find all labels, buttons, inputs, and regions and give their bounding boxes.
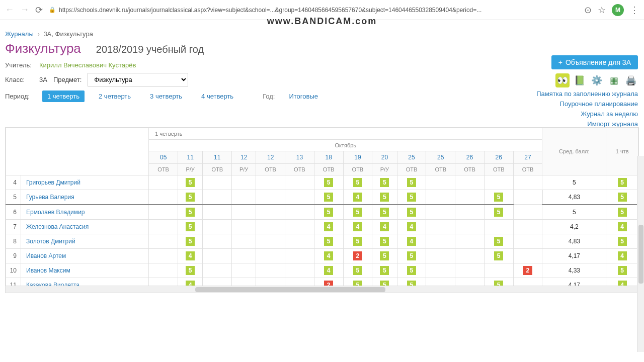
period-tab-3[interactable]: 3 четверть	[145, 90, 187, 102]
grade-cell[interactable]: 4	[343, 220, 372, 234]
quarter-grade-cell[interactable]: 4	[606, 249, 638, 263]
grade-cell[interactable]: 4	[397, 220, 426, 234]
grade-cell[interactable]: 5	[372, 263, 397, 278]
grade-cell[interactable]	[256, 220, 285, 234]
book-icon[interactable]: 📗	[573, 73, 587, 87]
grade-cell[interactable]	[513, 249, 542, 263]
grade-cell[interactable]	[285, 249, 314, 263]
period-tab-2[interactable]: 2 четверть	[94, 90, 136, 102]
grade-cell[interactable]	[203, 175, 232, 190]
grade-cell[interactable]	[426, 249, 455, 263]
student-link[interactable]: Иванов Артем	[26, 252, 66, 259]
grade-cell[interactable]	[256, 263, 285, 278]
day-header[interactable]: 11	[203, 151, 232, 164]
grade-cell[interactable]	[513, 220, 542, 234]
grade-cell[interactable]: 2	[513, 263, 542, 278]
grade-cell[interactable]	[455, 234, 485, 249]
reload-icon[interactable]: ⟳	[35, 5, 43, 16]
grade-cell[interactable]	[149, 205, 178, 220]
star-icon[interactable]: ☆	[598, 5, 606, 16]
student-link[interactable]: Григорьев Дмитрий	[26, 179, 80, 186]
grade-cell[interactable]	[203, 249, 232, 263]
day-header[interactable]: 18	[314, 151, 343, 164]
grade-cell[interactable]	[484, 175, 513, 190]
quarter-grade-cell[interactable]: 5	[606, 205, 638, 220]
quarter-grade-cell[interactable]: 5	[606, 263, 638, 278]
grade-cell[interactable]	[455, 220, 485, 234]
grade-cell[interactable]	[149, 190, 178, 205]
grade-cell[interactable]	[426, 175, 455, 190]
grade-cell[interactable]: 5	[372, 205, 397, 220]
grade-cell[interactable]	[285, 234, 314, 249]
day-header[interactable]: 25	[397, 151, 426, 164]
emoji-icon[interactable]: 👀	[555, 73, 570, 87]
day-header[interactable]: 12	[232, 151, 256, 164]
subject-select[interactable]: Физкультура	[88, 73, 188, 86]
grade-cell[interactable]	[484, 263, 513, 278]
grade-cell[interactable]: 5	[397, 190, 426, 205]
grade-cell[interactable]	[513, 205, 542, 220]
grade-cell[interactable]	[203, 263, 232, 278]
grade-cell[interactable]: 5	[484, 205, 513, 220]
day-header[interactable]: 11	[178, 151, 203, 164]
grade-cell[interactable]: 5	[314, 205, 343, 220]
grade-cell[interactable]	[455, 175, 485, 190]
grade-cell[interactable]: 2	[343, 249, 372, 263]
forward-icon[interactable]: →	[20, 5, 29, 15]
breadcrumb-root[interactable]: Журналы	[5, 30, 34, 38]
grade-cell[interactable]	[232, 175, 256, 190]
student-link[interactable]: Железнова Анастасия	[26, 223, 89, 230]
day-header[interactable]: 05	[149, 151, 178, 164]
grade-cell[interactable]	[484, 220, 513, 234]
period-tab-1[interactable]: 1 четверть	[42, 90, 85, 102]
grade-cell[interactable]	[149, 249, 178, 263]
grade-cell[interactable]	[426, 205, 455, 220]
grade-cell[interactable]: 5	[484, 190, 513, 205]
grade-cell[interactable]	[285, 175, 314, 190]
grade-cell[interactable]: 5	[314, 234, 343, 249]
grade-cell[interactable]	[203, 220, 232, 234]
announcement-button[interactable]: + Объявление для 3А	[551, 55, 638, 69]
student-link[interactable]: Золотов Дмитрий	[26, 238, 75, 245]
grade-cell[interactable]	[232, 220, 256, 234]
search-icon[interactable]: ⊙	[584, 5, 592, 16]
grade-cell[interactable]	[256, 205, 285, 220]
link-import[interactable]: Импорт журнала	[536, 120, 638, 128]
grade-cell[interactable]: 5	[343, 234, 372, 249]
grade-cell[interactable]	[455, 205, 485, 220]
quarter-grade-cell[interactable]: 4	[606, 220, 638, 234]
grade-cell[interactable]: 4	[397, 234, 426, 249]
grade-cell[interactable]: 4	[314, 249, 343, 263]
grade-cell[interactable]: 5	[484, 249, 513, 263]
print-icon[interactable]: 🖨️	[624, 73, 638, 87]
grade-cell[interactable]	[232, 249, 256, 263]
grade-cell[interactable]: 5	[397, 249, 426, 263]
menu-icon[interactable]: ⋮	[630, 5, 639, 16]
grade-cell[interactable]: 5	[372, 249, 397, 263]
grade-cell[interactable]	[426, 220, 455, 234]
v-scrollbar[interactable]	[637, 156, 644, 352]
day-header[interactable]: 26	[484, 151, 513, 164]
grade-cell[interactable]	[285, 220, 314, 234]
grade-cell[interactable]: 4	[178, 249, 203, 263]
grade-cell[interactable]	[513, 234, 542, 249]
student-link[interactable]: Иванов Максим	[26, 267, 70, 274]
grade-cell[interactable]	[149, 220, 178, 234]
link-planning[interactable]: Поурочное планирование	[536, 100, 638, 108]
quarter-grade-cell[interactable]: 5	[606, 175, 638, 190]
grade-cell[interactable]: 5	[314, 190, 343, 205]
grade-cell[interactable]	[203, 234, 232, 249]
grade-cell[interactable]	[149, 263, 178, 278]
grade-cell[interactable]: 4	[343, 190, 372, 205]
grade-cell[interactable]: 5	[178, 263, 203, 278]
grade-cell[interactable]: 5	[397, 205, 426, 220]
grade-cell[interactable]	[232, 205, 256, 220]
day-header[interactable]: 26	[455, 151, 485, 164]
grade-cell[interactable]	[232, 263, 256, 278]
day-header[interactable]: 25	[426, 151, 455, 164]
student-link[interactable]: Ермолаев Владимир	[26, 209, 85, 216]
excel-icon[interactable]: ▦	[607, 73, 621, 87]
grade-cell[interactable]	[256, 175, 285, 190]
grade-cell[interactable]	[285, 190, 314, 205]
profile-avatar[interactable]: M	[612, 4, 624, 16]
